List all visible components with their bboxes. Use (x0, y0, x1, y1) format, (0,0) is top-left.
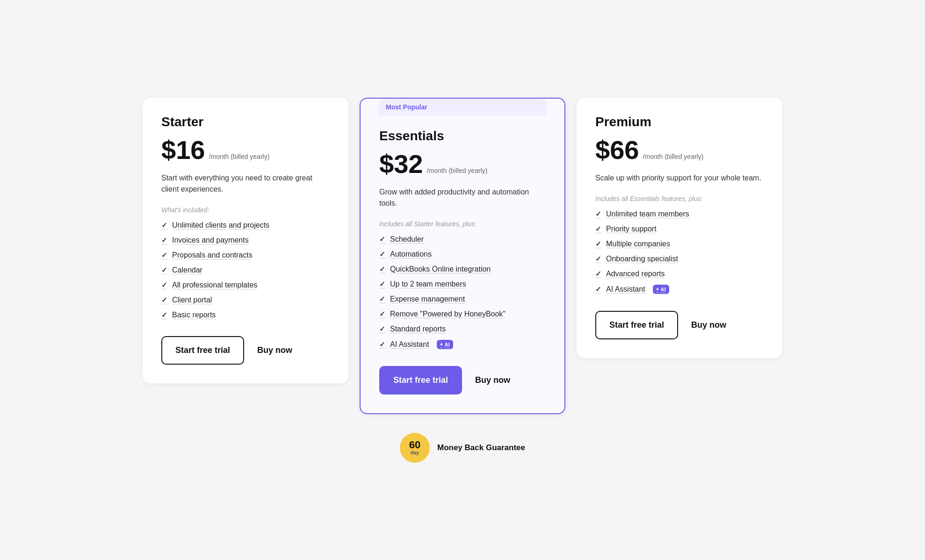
plan-name-essentials: Essentials (379, 129, 546, 144)
feature-text: Unlimited clients and projects (172, 221, 269, 230)
plan-price-row-essentials: $32 /month (billed yearly) (379, 151, 546, 177)
pricing-container: Starter $16 /month (billed yearly) Start… (135, 98, 790, 414)
buy-now-button-starter[interactable]: Buy now (257, 345, 292, 355)
feature-text: Advanced reports (606, 270, 665, 278)
buy-now-button-premium[interactable]: Buy now (691, 320, 726, 330)
features-label-essentials: Includes all Starter features, plus: (379, 220, 546, 228)
trial-button-premium[interactable]: Start free trial (595, 311, 678, 339)
feature-text: Automations (390, 250, 432, 258)
feature-text: All professional templates (172, 281, 257, 289)
feature-item: ✓ Up to 2 team members (379, 280, 546, 288)
feature-item: ✓ QuickBooks Online integration (379, 265, 546, 273)
feature-item: ✓ Multiple companies (595, 240, 764, 248)
check-icon: ✓ (161, 266, 167, 274)
trial-button-essentials[interactable]: Start free trial (379, 366, 462, 395)
feature-text: Priority support (606, 225, 657, 233)
check-icon: ✓ (161, 236, 167, 244)
feature-item: ✓ Invoices and payments (161, 236, 330, 244)
guarantee-day-label: day (411, 450, 419, 455)
features-label-premium: Includes all Essentials features, plus: (595, 195, 764, 202)
feature-item: ✓ Proposals and contracts (161, 251, 330, 259)
feature-item: ✓ Calendar (161, 266, 330, 274)
plan-description-essentials: Grow with added productivity and automat… (379, 187, 546, 209)
feature-item: ✓ All professional templates (161, 281, 330, 289)
buy-now-button-essentials[interactable]: Buy now (475, 375, 510, 385)
plan-price-essentials: $32 (379, 151, 423, 177)
check-icon: ✓ (379, 250, 385, 258)
check-icon: ✓ (379, 340, 385, 349)
feature-list-starter: ✓ Unlimited clients and projects ✓ Invoi… (161, 221, 330, 319)
feature-text: Unlimited team members (606, 210, 689, 218)
feature-item: ✓ Expense management (379, 295, 546, 303)
check-icon: ✓ (379, 325, 385, 333)
guarantee-days: 60 (409, 440, 420, 450)
feature-item: ✓ Priority support (595, 225, 764, 233)
plan-price-premium: $66 (595, 137, 639, 163)
plan-name-starter: Starter (161, 115, 330, 129)
feature-text: Basic reports (172, 311, 216, 319)
feature-item: ✓ Unlimited team members (595, 210, 764, 218)
ai-plus: + (656, 286, 659, 293)
feature-item: ✓ Remove "Powered by HoneyBook" (379, 310, 546, 318)
plan-price-row-starter: $16 /month (billed yearly) (161, 137, 330, 163)
feature-text: QuickBooks Online integration (390, 265, 491, 273)
check-icon: ✓ (595, 210, 601, 218)
plan-card-starter: Starter $16 /month (billed yearly) Start… (143, 98, 348, 383)
feature-item: ✓ Advanced reports (595, 270, 764, 278)
trial-button-starter[interactable]: Start free trial (161, 336, 244, 365)
check-icon: ✓ (161, 311, 167, 319)
feature-text: Remove "Powered by HoneyBook" (390, 310, 506, 318)
cta-row-starter: Start free trial Buy now (161, 336, 330, 365)
feature-text: Up to 2 team members (390, 280, 466, 288)
plan-card-premium: Premium $66 /month (billed yearly) Scale… (577, 98, 782, 358)
feature-item: ✓ Automations (379, 250, 546, 258)
feature-item: ✓ Scheduler (379, 235, 546, 244)
guarantee-row: 60 day Money Back Guarantee (400, 433, 525, 463)
ai-label: AI (445, 342, 450, 347)
most-popular-badge: Most Popular (378, 99, 547, 115)
check-icon: ✓ (379, 280, 385, 288)
feature-item: ✓ Unlimited clients and projects (161, 221, 330, 230)
check-icon: ✓ (595, 285, 601, 294)
plan-card-essentials: Most PopularEssentials $32 /month (bille… (360, 98, 565, 414)
check-icon: ✓ (595, 240, 601, 248)
feature-item: ✓ AI Assistant+AI (379, 340, 546, 349)
feature-list-essentials: ✓ Scheduler ✓ Automations ✓ QuickBooks O… (379, 235, 546, 349)
check-icon: ✓ (379, 295, 385, 303)
check-icon: ✓ (379, 265, 385, 273)
feature-text: Scheduler (390, 235, 424, 244)
check-icon: ✓ (595, 225, 601, 233)
check-icon: ✓ (595, 255, 601, 263)
feature-text: Onboarding specialist (606, 255, 678, 263)
cta-row-premium: Start free trial Buy now (595, 311, 764, 339)
plan-description-starter: Start with everything you need to create… (161, 172, 330, 195)
check-icon: ✓ (379, 310, 385, 318)
check-icon: ✓ (595, 270, 601, 278)
plan-price-starter: $16 (161, 137, 205, 163)
check-icon: ✓ (161, 296, 167, 304)
guarantee-badge: 60 day (400, 433, 430, 463)
ai-badge: +AI (653, 285, 669, 294)
feature-text: Client portal (172, 296, 212, 304)
plan-price-note-essentials: /month (billed yearly) (426, 167, 487, 174)
ai-badge: +AI (437, 340, 453, 349)
feature-item: ✓ Basic reports (161, 311, 330, 319)
feature-item: ✓ Onboarding specialist (595, 255, 764, 263)
feature-item: ✓ Client portal (161, 296, 330, 304)
ai-label: AI (661, 287, 666, 292)
check-icon: ✓ (161, 251, 167, 259)
check-icon: ✓ (161, 281, 167, 289)
feature-text: Multiple companies (606, 240, 670, 248)
guarantee-text: Money Back Guarantee (437, 443, 525, 452)
feature-text: Invoices and payments (172, 236, 249, 244)
cta-row-essentials: Start free trial Buy now (379, 366, 546, 395)
check-icon: ✓ (379, 235, 385, 244)
feature-text: Standard reports (390, 325, 446, 333)
check-icon: ✓ (161, 221, 167, 230)
features-label-starter: What's included: (161, 206, 330, 214)
plan-price-note-premium: /month (billed yearly) (643, 153, 703, 160)
feature-item: ✓ AI Assistant+AI (595, 285, 764, 294)
plan-name-premium: Premium (595, 115, 764, 129)
feature-text: Proposals and contracts (172, 251, 253, 259)
feature-text: Calendar (172, 266, 202, 274)
